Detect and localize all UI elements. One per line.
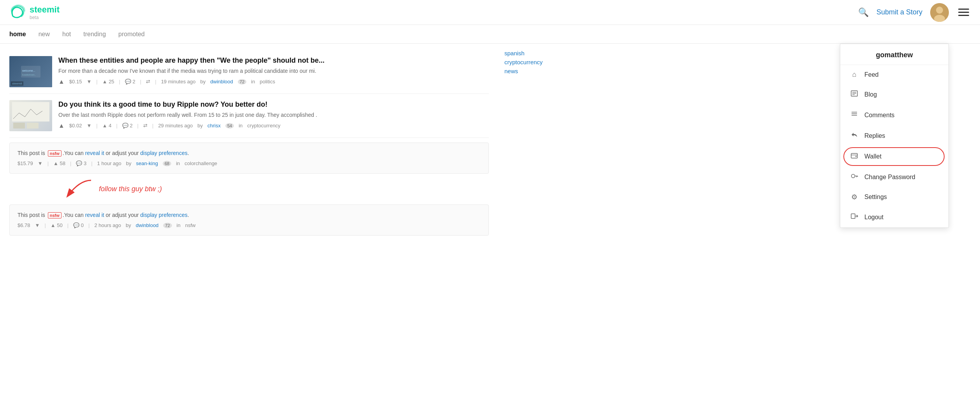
- comment-count: 💬 2: [122, 123, 133, 129]
- dropdown-item-change-password[interactable]: Change Password: [840, 167, 948, 187]
- sidebar-tag-news[interactable]: news: [504, 68, 570, 74]
- user-avatar[interactable]: [930, 3, 949, 22]
- post-thumbnail: steemit welcome...Establishment...: [9, 56, 52, 87]
- dropdown-menu: gomatthew ⌂ Feed Blog Comments Replies: [840, 44, 949, 228]
- nav-tabs: home new hot trending promoted: [0, 25, 980, 44]
- vote-count: ▲ 25: [102, 79, 114, 85]
- author-badge: 72: [163, 223, 172, 228]
- avatar-image: [930, 3, 949, 22]
- price-dropdown[interactable]: ▼: [38, 160, 43, 166]
- post-author[interactable]: dwinblood: [210, 79, 233, 85]
- svg-rect-28: [851, 214, 855, 218]
- display-preferences-link[interactable]: display preferences: [140, 150, 187, 156]
- reveal-link[interactable]: reveal it: [85, 212, 104, 218]
- share-button[interactable]: ⇄: [143, 123, 148, 129]
- tab-promoted[interactable]: promoted: [118, 31, 145, 38]
- replies-icon: [850, 131, 859, 141]
- nsfw-card: This post is nsfw.You can reveal it or a…: [9, 204, 489, 236]
- logo-icon: [9, 4, 26, 21]
- post-title[interactable]: When these entities and people are happy…: [58, 56, 489, 65]
- logo-beta: beta: [30, 15, 60, 20]
- logo-name: steemit: [30, 5, 60, 15]
- post-author[interactable]: dwinblood: [136, 222, 159, 228]
- logout-icon: [850, 212, 859, 222]
- post-price: $6.78: [18, 222, 30, 228]
- post-price: $15.79: [18, 160, 33, 166]
- post-meta: $15.79 ▼ | ▲ 58 | 💬 3 | 1 hour ago by se…: [18, 160, 481, 166]
- price-dropdown[interactable]: ▼: [86, 123, 91, 129]
- hamburger-line-3: [958, 15, 969, 16]
- dropdown-item-feed[interactable]: ⌂ Feed: [840, 65, 948, 84]
- nsfw-pre: This post is: [18, 212, 47, 218]
- post-author[interactable]: sean-king: [136, 160, 158, 166]
- submit-story-button[interactable]: Submit a Story: [876, 8, 922, 16]
- post-excerpt: For more than a decade now I've known th…: [58, 67, 489, 75]
- svg-text:Establishment...: Establishment...: [22, 74, 36, 76]
- post-timestamp: 1 hour ago: [97, 160, 121, 166]
- arrow-icon: [56, 178, 95, 200]
- author-badge: 72: [238, 79, 246, 85]
- comment-count: 💬 2: [125, 79, 135, 85]
- upvote-button[interactable]: ▲: [58, 78, 65, 85]
- dropdown-item-wallet[interactable]: Wallet: [840, 146, 948, 167]
- dropdown-item-comments[interactable]: Comments: [840, 105, 948, 125]
- vote-count: ▲ 58: [53, 160, 65, 166]
- logo-text: steemit beta: [30, 5, 60, 20]
- price-dropdown[interactable]: ▼: [86, 79, 91, 85]
- main-container: steemit welcome...Establishment... When …: [0, 44, 980, 247]
- tab-home[interactable]: home: [9, 31, 26, 38]
- nsfw-mid: .You can: [63, 150, 85, 156]
- key-icon: [850, 172, 859, 182]
- post-tag[interactable]: politics: [260, 79, 275, 85]
- tab-hot[interactable]: hot: [62, 31, 71, 38]
- hamburger-line-2: [958, 12, 969, 13]
- logo-area[interactable]: steemit beta: [9, 4, 60, 21]
- dropdown-label-comments: Comments: [864, 112, 894, 119]
- post-timestamp: 2 hours ago: [94, 222, 121, 228]
- hamburger-menu-button[interactable]: [957, 7, 971, 18]
- annotation-text: follow this guy btw ;): [99, 185, 162, 193]
- nsfw-pre: This post is: [18, 150, 47, 156]
- share-button[interactable]: ⇄: [146, 79, 150, 85]
- price-dropdown[interactable]: ▼: [35, 222, 40, 228]
- sidebar-right: spanish cryptocurrency news: [498, 44, 576, 247]
- post-timestamp: 29 minutes ago: [158, 123, 193, 129]
- svg-text:welcome...: welcome...: [22, 69, 35, 72]
- feed-area: steemit welcome...Establishment... When …: [0, 44, 498, 247]
- dropdown-label-blog: Blog: [864, 91, 877, 98]
- post-title[interactable]: Do you think its a good time to buy Ripp…: [58, 100, 489, 109]
- post-tag[interactable]: cryptocurrency: [247, 123, 280, 129]
- post-tag[interactable]: colorchallenge: [184, 160, 217, 166]
- post-thumbnail: [9, 100, 52, 131]
- comment-count: 💬 0: [73, 222, 84, 228]
- dropdown-label-logout: Logout: [864, 214, 883, 221]
- home-icon: ⌂: [850, 70, 859, 79]
- dropdown-label-settings: Settings: [864, 194, 887, 201]
- vote-count: ▲ 50: [51, 222, 63, 228]
- tab-trending[interactable]: trending: [83, 31, 106, 38]
- sidebar-tag-spanish[interactable]: spanish: [504, 50, 570, 56]
- post-tag[interactable]: nsfw: [185, 222, 196, 228]
- post-body: When these entities and people are happy…: [58, 56, 489, 85]
- post-author[interactable]: chrisx: [207, 123, 221, 129]
- nsfw-badge: nsfw: [48, 150, 61, 157]
- vote-count: ▲ 4: [102, 123, 112, 129]
- post-excerpt: Over the last month Ripple does not perf…: [58, 111, 489, 119]
- dropdown-item-settings[interactable]: ⚙ Settings: [840, 187, 948, 207]
- sidebar-tag-cryptocurrency[interactable]: cryptocurrency: [504, 59, 570, 65]
- dropdown-item-blog[interactable]: Blog: [840, 84, 948, 105]
- post-meta: ▲ $0.15 ▼ | ▲ 25 | 💬 2 | ⇄ | 19 minutes …: [58, 78, 489, 85]
- tab-new[interactable]: new: [39, 31, 50, 38]
- reveal-link[interactable]: reveal it: [85, 150, 104, 156]
- dropdown-label-wallet: Wallet: [864, 153, 882, 160]
- header: steemit beta 🔍 Submit a Story: [0, 0, 980, 25]
- search-button[interactable]: 🔍: [858, 7, 869, 18]
- hamburger-line-1: [958, 9, 969, 10]
- wallet-icon: [850, 151, 859, 161]
- nsfw-badge: nsfw: [48, 212, 61, 218]
- display-preferences-link[interactable]: display preferences: [140, 212, 187, 218]
- dropdown-item-logout[interactable]: Logout: [840, 207, 948, 227]
- upvote-button[interactable]: ▲: [58, 122, 65, 129]
- nsfw-text: This post is nsfw.You can reveal it or a…: [18, 212, 481, 218]
- dropdown-item-replies[interactable]: Replies: [840, 125, 948, 146]
